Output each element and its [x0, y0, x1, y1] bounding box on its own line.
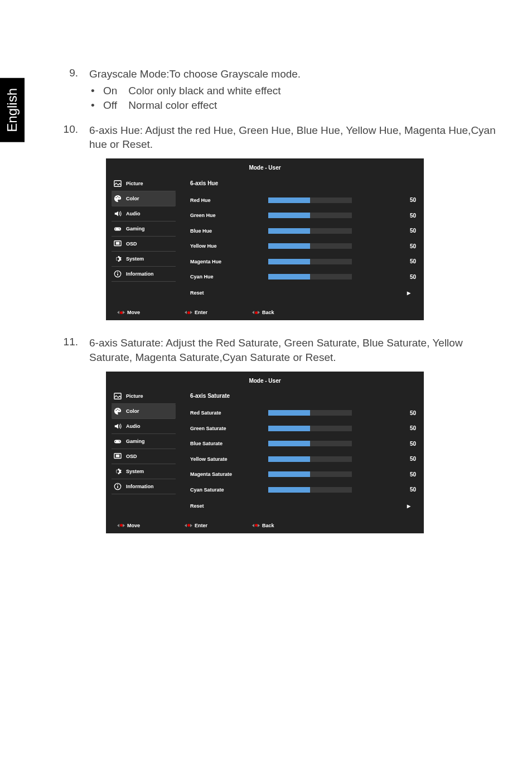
- slider: [268, 426, 352, 431]
- nav-item-picture: Picture: [112, 176, 176, 191]
- language-tab: English: [0, 78, 25, 142]
- setting-value: 50: [394, 227, 416, 235]
- svg-point-2: [117, 196, 118, 197]
- bullet-item: Off Normal color effect: [103, 98, 499, 113]
- list-item-10: 10. 6-axis Hue: Adjust the red Hue, Gree…: [50, 123, 499, 331]
- setting-label: Blue Hue: [190, 228, 268, 234]
- svg-point-13: [117, 272, 118, 273]
- item-text: 6-axis Saturate: Adjust the Red Saturate…: [89, 336, 499, 543]
- reset-row: Reset ▸: [190, 498, 416, 514]
- setting-value: 50: [394, 471, 416, 479]
- bullet-item: On Color only black and white effect: [103, 84, 499, 99]
- setting-label: Yellow Hue: [190, 243, 268, 249]
- chevron-right-icon: ▸: [407, 502, 416, 510]
- setting-label: Blue Saturate: [190, 440, 268, 447]
- joystick-icon: [185, 310, 192, 315]
- nav-item-system: System: [112, 464, 176, 479]
- nav-label: System: [126, 468, 144, 475]
- nav-label: Gaming: [126, 225, 145, 232]
- nav-item-information: Information: [112, 267, 176, 282]
- joystick-icon: [117, 523, 125, 528]
- nav-item-system: System: [112, 252, 176, 267]
- nav-item-picture: Picture: [112, 389, 176, 404]
- svg-point-7: [119, 228, 119, 228]
- nav-label: Information: [126, 271, 154, 277]
- svg-point-21: [119, 441, 119, 441]
- setting-row: Blue Saturate50: [190, 436, 416, 452]
- slider: [268, 410, 352, 416]
- footer-hint: Move: [117, 522, 140, 529]
- osd-footer: MoveEnterBack: [106, 305, 424, 320]
- footer-hint: Back: [252, 522, 274, 529]
- info-icon: [114, 483, 122, 490]
- setting-row: Magenta Hue50: [190, 254, 416, 269]
- setting-row: Magenta Saturate50: [190, 467, 416, 483]
- setting-value: 50: [394, 196, 416, 204]
- osd-nav: PictureColorAudioGamingOSDSystemInformat…: [106, 176, 176, 302]
- nav-item-audio: Audio: [112, 419, 176, 434]
- color-icon: [114, 195, 122, 203]
- osd-footer: MoveEnterBack: [106, 518, 424, 533]
- osd-nav: PictureColorAudioGamingOSDSystemInformat…: [106, 389, 176, 514]
- footer-hint: Enter: [185, 522, 207, 529]
- system-icon: [114, 255, 122, 263]
- svg-point-1: [116, 197, 117, 198]
- setting-value: 50: [394, 273, 416, 281]
- nav-item-osd: OSD: [112, 449, 176, 464]
- setting-label: Green Saturate: [190, 425, 268, 432]
- nav-label: Picture: [126, 180, 143, 187]
- picture-icon: [114, 180, 122, 187]
- osd-title: Mode - User: [106, 372, 424, 389]
- setting-value: 50: [394, 455, 416, 463]
- slider: [268, 487, 352, 493]
- setting-value: 50: [394, 409, 416, 417]
- svg-point-8: [119, 229, 120, 229]
- settings-title: 6-axis Hue: [190, 176, 416, 193]
- nav-label: Gaming: [126, 438, 145, 445]
- setting-value: 50: [394, 425, 416, 432]
- slider: [268, 456, 352, 462]
- slider: [268, 441, 352, 446]
- slider: [268, 471, 352, 477]
- footer-hint: Enter: [185, 309, 207, 316]
- reset-row: Reset ▸: [190, 285, 416, 301]
- setting-label: Magenta Hue: [190, 258, 268, 265]
- nav-label: System: [126, 256, 144, 262]
- item-number: 10.: [50, 123, 78, 331]
- setting-row: Yellow Hue50: [190, 239, 416, 254]
- setting-label: Cyan Saturate: [190, 486, 268, 493]
- nav-label: Information: [126, 483, 154, 490]
- joystick-icon: [252, 310, 260, 315]
- svg-point-27: [117, 484, 118, 485]
- setting-label: Red Saturate: [190, 409, 268, 416]
- nav-label: OSD: [126, 240, 137, 247]
- setting-value: 50: [394, 212, 416, 220]
- setting-value: 50: [394, 243, 416, 250]
- item-text: Grayscale Mode:To choose Grayscale mode.…: [89, 67, 499, 118]
- joystick-icon: [252, 523, 260, 528]
- setting-label: Yellow Saturate: [190, 456, 268, 462]
- page-content: 9. Grayscale Mode:To choose Grayscale mo…: [0, 0, 532, 571]
- nav-item-gaming: Gaming: [112, 221, 176, 237]
- osd-screenshot-hue: Mode - User PictureColorAudioGamingOSDSy…: [106, 158, 424, 320]
- osd-icon: [114, 452, 122, 460]
- setting-value: 50: [394, 258, 416, 266]
- color-icon: [114, 407, 122, 415]
- nav-label: Picture: [126, 393, 143, 399]
- picture-icon: [114, 392, 122, 400]
- nav-label: Color: [126, 195, 139, 202]
- setting-row: Green Saturate50: [190, 421, 416, 436]
- setting-row: Blue Hue50: [190, 223, 416, 239]
- slider: [268, 259, 352, 264]
- audio-icon: [114, 210, 122, 218]
- joystick-icon: [185, 523, 192, 528]
- nav-item-osd: OSD: [112, 237, 176, 252]
- setting-row: Red Hue50: [190, 192, 416, 208]
- setting-row: Yellow Saturate50: [190, 451, 416, 467]
- chevron-right-icon: ▸: [407, 288, 416, 297]
- setting-label: Green Hue: [190, 212, 268, 219]
- audio-icon: [114, 422, 122, 430]
- setting-value: 50: [394, 440, 416, 448]
- osd-screenshot-saturate: Mode - User PictureColorAudioGamingOSDSy…: [106, 372, 424, 533]
- slider: [268, 243, 352, 249]
